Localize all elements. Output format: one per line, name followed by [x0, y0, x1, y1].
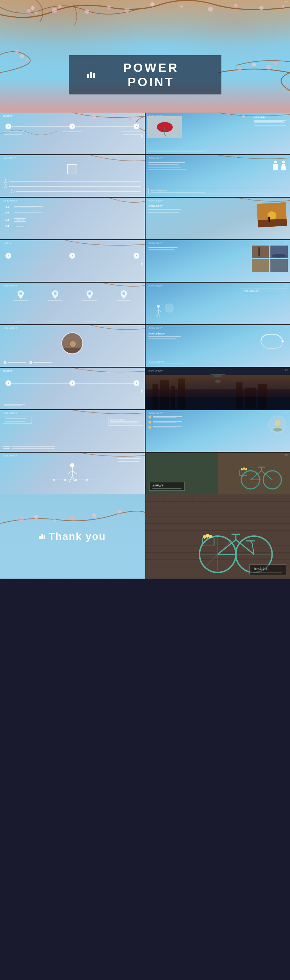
- thankyou-text-box: 自行车文字: [249, 565, 286, 575]
- svg-point-90: [53, 479, 55, 481]
- svg-point-121: [52, 519, 56, 522]
- watermark: 图片: [285, 1, 288, 3]
- slides-grid: contents 1 2 3: [0, 113, 290, 494]
- svg-point-66: [70, 341, 76, 347]
- slide-3-right-label: 单击输入标题文字: [149, 199, 163, 202]
- svg-point-31: [100, 157, 103, 159]
- svg-point-21: [78, 113, 81, 116]
- watermark-10: 图片: [285, 284, 288, 286]
- thankyou-left: Thank you: [0, 494, 145, 579]
- svg-point-119: [19, 517, 24, 522]
- photo3-svg: [252, 259, 269, 272]
- thankyou-bar-icon: [39, 534, 45, 539]
- svg-line-99: [72, 476, 75, 482]
- slide-8-left-label: 点击输入标题文字: [3, 412, 17, 414]
- svg-point-51: [108, 284, 109, 286]
- photo-2: [270, 245, 288, 258]
- svg-text:02: 02: [63, 484, 65, 486]
- text-box-5r: 点击输入标题的文字: [241, 288, 288, 296]
- timeline-dot-1: 1: [5, 124, 11, 129]
- hero-title: POWER POINT: [87, 60, 203, 89]
- text-box: 单击添加副标题文字: [149, 188, 287, 194]
- pins-row: [4, 290, 141, 302]
- svg-point-84: [89, 411, 92, 414]
- slide-3-left-label: 点击输入标题文字: [3, 199, 17, 202]
- contents-label: contents: [3, 115, 12, 117]
- numbered-items: 01 02 03 点击输入标题 04 点击输入标题: [5, 205, 123, 228]
- photo4-svg: [270, 259, 288, 272]
- photo2-svg: [270, 245, 288, 258]
- svg-rect-45: [252, 245, 269, 258]
- svg-point-43: [74, 242, 77, 245]
- svg-point-37: [246, 199, 248, 201]
- svg-point-68: [82, 369, 85, 372]
- slide-4-right-label: 点击输入标题文字: [149, 242, 163, 244]
- svg-point-116: [245, 468, 247, 470]
- svg-line-97: [72, 471, 76, 474]
- slide-9-left-label: 点击输入标题文字: [3, 454, 17, 457]
- timeline-line: [11, 126, 69, 127]
- svg-point-63: [96, 326, 99, 329]
- svg-point-32: [115, 156, 117, 158]
- svg-text:01: 01: [52, 484, 54, 486]
- svg-rect-65: [62, 348, 83, 354]
- photo-3: [252, 259, 269, 272]
- bottom-boxes: [3, 446, 142, 449]
- box-right: 点击输入标题文字: [109, 417, 143, 426]
- arrow-diagram: [257, 331, 286, 354]
- photo1-svg: [252, 245, 269, 258]
- slide-1-left: contents 1 2 3: [0, 113, 145, 154]
- sunset-svg: [257, 202, 287, 228]
- slide5-branch: [0, 283, 145, 325]
- svg-rect-42: [269, 219, 270, 221]
- svg-line-96: [68, 471, 72, 474]
- pin-3: [82, 290, 97, 302]
- diagonal-text-7: 点击输入标题文字: [141, 371, 143, 406]
- slide-6-left-label: 点击输入标题文字: [3, 327, 17, 329]
- diagonal-text-4: 点击输入标题文字: [141, 244, 143, 278]
- slide-9-left: 点击输入标题文字 01 02 03: [0, 453, 145, 494]
- pin-svg-2: [52, 290, 59, 299]
- slide-5-right: 点击输入标题文字 点击输入标题的文字 图片: [146, 283, 290, 325]
- slide-5-right-label: 点击输入标题文字: [149, 285, 163, 286]
- slide4-branch: [0, 240, 145, 282]
- people-icons: [273, 161, 286, 170]
- svg-line-62: [158, 313, 160, 317]
- svg-rect-50: [270, 259, 288, 272]
- svg-point-25: [228, 113, 230, 116]
- watermark-16: 图片: [285, 411, 288, 414]
- thankyou-right: 自行车文字: [145, 494, 290, 579]
- svg-line-98: [69, 476, 72, 482]
- slide-2-left-label: 请输入标题文字: [3, 157, 16, 159]
- timeline: 1 2 3: [5, 124, 139, 129]
- svg-point-93: [86, 479, 88, 481]
- umbrella-photo: [147, 116, 182, 138]
- diagonal-text: 点击输入标题文字: [141, 116, 143, 151]
- svg-point-83: [215, 380, 221, 383]
- pin-4: [117, 290, 131, 302]
- timeline-7-labels: [4, 404, 141, 406]
- person-path-svg: 01 02 03 04: [43, 458, 101, 487]
- icon-svg: [269, 416, 286, 434]
- svg-text:04: 04: [85, 484, 87, 486]
- svg-point-123: [92, 513, 97, 518]
- timeline-4: 1 2 3: [5, 253, 139, 259]
- watermark-9: 图片: [139, 284, 143, 286]
- watermark-12: 图片: [285, 326, 288, 328]
- pin-svg-4: [120, 290, 127, 299]
- slide-2-left: 请输入标题文字 1 2 3 图片: [0, 155, 145, 197]
- silhouette-scene: [153, 301, 174, 319]
- photo-grid: [252, 245, 288, 272]
- watermark-13: 图片: [139, 369, 143, 371]
- svg-point-87: [273, 428, 282, 431]
- svg-point-57: [157, 305, 160, 308]
- arrow-svg: [257, 331, 286, 352]
- svg-point-86: [275, 420, 280, 426]
- watermark-6: 图片: [285, 199, 288, 201]
- watermark-14: 图片: [285, 369, 288, 371]
- watermark-18: 图片: [285, 454, 288, 456]
- slide-5-left: 点击输入标题文字: [0, 283, 145, 325]
- timeline-labels: [4, 132, 141, 135]
- timeline-dot-3: 3: [133, 124, 139, 129]
- watermark-2: 图片: [285, 114, 288, 116]
